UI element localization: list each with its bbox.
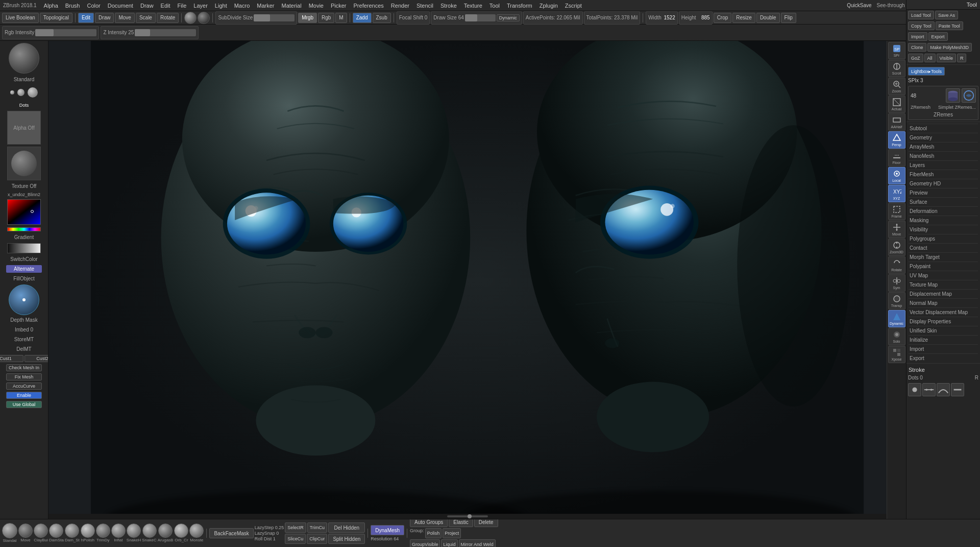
accu-curve-btn[interactable]: AccuCurve — [6, 383, 42, 390]
edit-btn[interactable]: Edit — [78, 13, 94, 23]
sym-btn[interactable]: Sym — [888, 274, 905, 292]
rotate-icon-btn[interactable]: Rotate — [888, 256, 905, 274]
floor-btn[interactable]: Floor — [888, 149, 905, 167]
menu-item-marker[interactable]: Marker — [257, 3, 274, 9]
mirror-weld-btn[interactable]: Mirror And Weld — [459, 539, 496, 547]
display-props-title[interactable]: Display Properties — [909, 317, 978, 325]
menu-item-alpha[interactable]: Alpha — [44, 3, 58, 9]
surface-title[interactable]: Surface — [909, 197, 978, 205]
visibility-title[interactable]: Visibility — [909, 225, 978, 233]
stroke-btn3[interactable] — [937, 383, 950, 396]
enable-btn[interactable]: Enable — [6, 392, 42, 399]
move-icon-btn[interactable]: Move — [888, 221, 905, 238]
r-btn[interactable]: R — [957, 54, 967, 62]
goz-btn[interactable]: GoZ — [908, 54, 923, 62]
project-btn[interactable]: Project — [443, 528, 461, 538]
brush-move[interactable]: Move — [18, 524, 33, 543]
split-hidden-btn[interactable]: Split Hidden — [328, 534, 365, 544]
brush-standal[interactable]: Standal — [2, 523, 17, 543]
rgb-intensity-slider[interactable] — [35, 29, 96, 36]
delete-btn[interactable]: Delete — [474, 519, 498, 527]
liquid-btn[interactable]: Liquid — [441, 539, 457, 547]
menu-item-light[interactable]: Light — [215, 3, 227, 9]
uv-map-title[interactable]: UV Map — [909, 271, 978, 279]
deformation-title[interactable]: Deformation — [909, 206, 978, 215]
actual-btn[interactable]: Actual — [888, 96, 905, 113]
quicksave-btn[interactable]: QuickSave — [847, 3, 871, 8]
zoom3d-btn[interactable]: Zoom3D — [888, 239, 905, 256]
texture-box[interactable] — [7, 147, 41, 180]
brush-inflat[interactable]: Inflat — [111, 524, 126, 543]
store-mt-label[interactable]: StoreMT — [1, 336, 47, 343]
menu-item-transform[interactable]: Transform — [507, 3, 532, 9]
clone-btn[interactable]: Clone — [908, 43, 926, 52]
menu-item-stencil[interactable]: Stencil — [416, 3, 433, 9]
nanomesh-title[interactable]: NanoMesh — [909, 151, 978, 159]
rgb-btn[interactable]: Rgb — [318, 13, 334, 23]
frame-btn[interactable]: Frame — [888, 203, 905, 220]
menu-item-picker[interactable]: Picker — [331, 3, 347, 9]
brush-claybui[interactable]: ClayBui — [34, 524, 48, 543]
move-btn[interactable]: Move — [115, 13, 134, 23]
cylinder-icon[interactable] — [946, 88, 960, 103]
check-mesh-btn[interactable]: Check Mesh In — [6, 364, 42, 371]
scroll-btn[interactable]: Scroll — [888, 60, 905, 77]
brush-preview[interactable] — [9, 43, 39, 74]
elastic-btn[interactable]: Elastic — [449, 519, 473, 527]
zoom-slider-thumb[interactable] — [468, 514, 472, 518]
menu-item-draw[interactable]: Draw — [140, 3, 154, 9]
arraymesh-title[interactable]: ArrayMesh — [909, 142, 978, 150]
import-btn[interactable]: Import — [908, 32, 927, 41]
unified-skin-title[interactable]: Unified Skin — [909, 326, 978, 334]
viewport[interactable] — [48, 41, 906, 519]
drawsize-slider[interactable] — [465, 14, 496, 21]
clip-curve-btn[interactable]: ClipCur — [307, 534, 327, 544]
export-btn[interactable]: Export — [928, 32, 948, 41]
menu-item-tool[interactable]: Tool — [489, 3, 500, 9]
sphere-btn1[interactable] — [184, 12, 197, 24]
cust2-btn[interactable]: Cust2 — [24, 355, 48, 362]
brush-hpolish[interactable]: hPolish — [81, 524, 95, 543]
brush-monste[interactable]: Monste — [189, 524, 204, 543]
dot2[interactable] — [17, 89, 24, 96]
trim-curve-btn[interactable]: TrimCu — [307, 522, 327, 533]
menu-item-zplugin[interactable]: Zplugin — [540, 3, 558, 9]
export-title[interactable]: Export — [909, 353, 978, 362]
stroke-btn1[interactable] — [908, 383, 921, 396]
select-rect-btn[interactable]: SelectR — [285, 522, 306, 533]
brush-snakeh[interactable]: SnakeH — [127, 524, 141, 543]
geometry-title[interactable]: Geometry — [909, 133, 978, 141]
hue-bar[interactable] — [7, 227, 41, 231]
texture-map-title[interactable]: Texture Map — [909, 280, 978, 288]
draw-btn[interactable]: Draw — [95, 13, 114, 23]
menu-item-document[interactable]: Document — [108, 3, 133, 9]
make-polymesh-btn[interactable]: Make PolyMesh3D — [927, 43, 972, 52]
stroke-btn2[interactable] — [922, 383, 936, 396]
dynamic-btn[interactable]: Dynamic — [497, 14, 520, 21]
cust1-btn[interactable]: Cust1 — [0, 355, 23, 362]
zoom-slider-track[interactable] — [447, 515, 488, 517]
spr-btn[interactable]: SP SPr — [888, 42, 905, 59]
alpha-box[interactable]: Alpha Off — [7, 111, 41, 145]
dynamesh-btn[interactable]: DynaMesh — [371, 525, 404, 535]
gradient-bar[interactable] — [7, 243, 41, 253]
visible-btn[interactable]: Visible — [937, 54, 956, 62]
all-btn[interactable]: All — [924, 54, 936, 62]
menu-item-zscript[interactable]: Zscript — [565, 3, 582, 9]
color-picker[interactable] — [7, 199, 41, 225]
initialize-title[interactable]: Initialize — [909, 335, 978, 343]
geometry-hd-title[interactable]: Geometry HD — [909, 179, 978, 187]
double-btn[interactable]: Double — [756, 13, 780, 23]
menu-item-file[interactable]: File — [178, 3, 187, 9]
transp-btn[interactable]: Transp — [888, 292, 905, 310]
z-intensity-slider[interactable] — [135, 29, 196, 36]
copy-tool-btn[interactable]: Copy Tool — [908, 21, 935, 30]
fix-mesh-btn[interactable]: Fix Mesh — [6, 373, 42, 380]
auto-groups-btn[interactable]: Auto Groups — [410, 519, 448, 527]
xyz-btn[interactable]: XYZ XYZ — [888, 185, 905, 202]
group-visible-btn[interactable]: GroupVisible — [410, 539, 440, 547]
backface-mask-btn[interactable]: BackFaceMask — [209, 528, 253, 538]
m-btn[interactable]: M — [335, 13, 347, 23]
alternate-btn[interactable]: Alternate — [6, 265, 42, 273]
morph-target-title[interactable]: Morph Target — [909, 252, 978, 260]
